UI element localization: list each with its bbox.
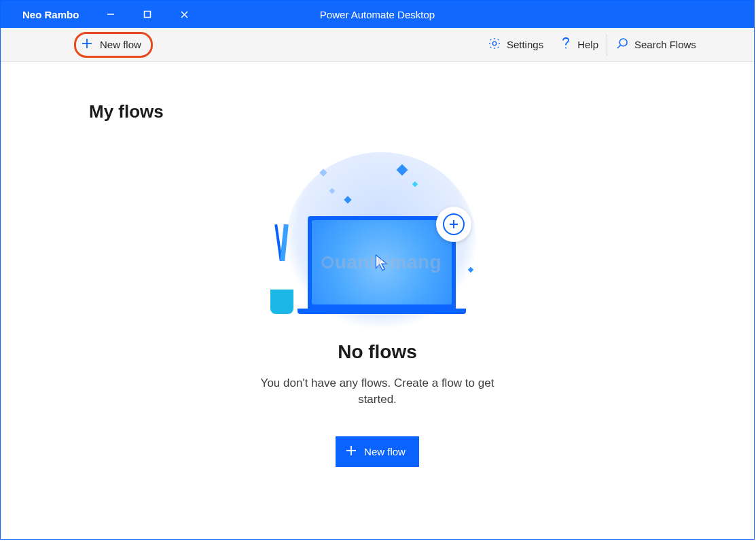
- gear-icon: [488, 37, 501, 52]
- new-flow-button[interactable]: New flow: [75, 35, 151, 54]
- new-flow-primary-button[interactable]: New flow: [336, 436, 419, 467]
- help-label: Help: [577, 39, 598, 50]
- cursor-icon: [370, 251, 393, 274]
- minimize-button[interactable]: [92, 1, 129, 28]
- svg-line-9: [617, 45, 621, 48]
- help-button[interactable]: Help: [552, 28, 607, 61]
- settings-button[interactable]: Settings: [480, 28, 552, 61]
- svg-rect-1: [145, 12, 151, 18]
- new-flow-primary-label: New flow: [364, 446, 406, 457]
- empty-illustration: uantrimang: [262, 152, 493, 322]
- empty-state-subtitle: You don't have any flows. Create a flow …: [242, 375, 514, 408]
- empty-state-title: No flows: [338, 341, 417, 363]
- search-flows[interactable]: [607, 28, 747, 61]
- search-icon: [615, 37, 629, 53]
- settings-label: Settings: [507, 39, 543, 50]
- app-window: Power Automate Desktop Neo Rambo New flo…: [0, 0, 755, 540]
- toolbar: New flow Settings: [1, 28, 754, 62]
- titlebar: Power Automate Desktop Neo Rambo: [1, 1, 754, 28]
- svg-point-6: [492, 41, 496, 45]
- maximize-button[interactable]: [129, 1, 166, 28]
- content-area: My flows ua: [1, 62, 754, 539]
- pencil-cup-illustration: [270, 290, 293, 314]
- new-flow-label: New flow: [100, 39, 141, 50]
- close-button[interactable]: [166, 1, 202, 28]
- user-name-label[interactable]: Neo Rambo: [9, 9, 92, 20]
- plus-icon: [345, 444, 357, 459]
- plus-badge-illustration: [436, 207, 471, 242]
- search-input[interactable]: [634, 39, 743, 50]
- svg-point-8: [619, 38, 627, 46]
- empty-state: uantrimang No flows Y: [89, 152, 666, 467]
- question-icon: [560, 37, 572, 52]
- page-title: My flows: [89, 101, 666, 122]
- svg-point-7: [565, 48, 566, 49]
- plus-icon: [81, 37, 93, 52]
